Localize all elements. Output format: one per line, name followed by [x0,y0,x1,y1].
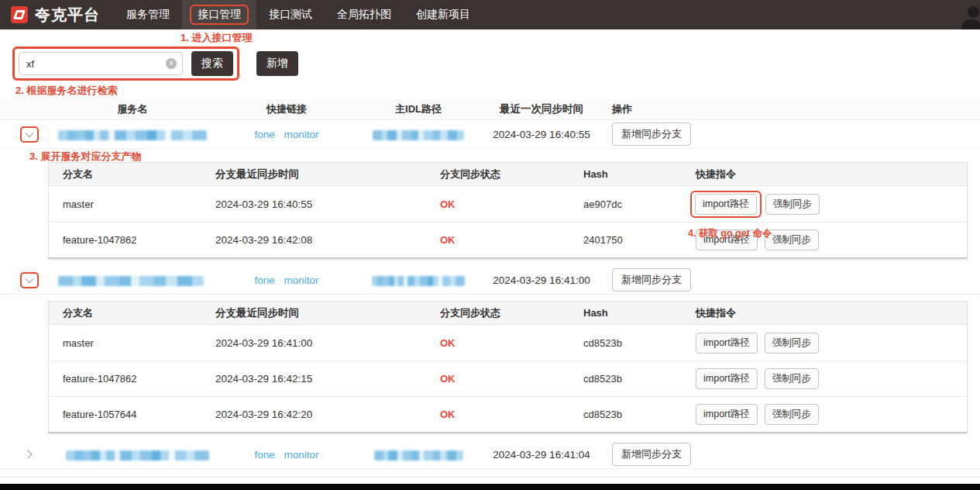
avatar-body [961,19,980,29]
header-branch-sync-time: 分支最近同步时间 [215,167,440,181]
force-sync-button[interactable]: 强制同步 [765,194,820,215]
branch-row: master 2024-03-29 16:41:00 OK cd8523b im… [49,325,967,361]
nav-item-interface-management[interactable]: 接口管理 [182,0,256,29]
annotation-step3: 3. 展开服务对应分支产物 [29,150,980,162]
status-badge: OK [440,198,456,210]
branch-row: master 2024-03-29 16:40:55 OK ae907dc im… [49,186,967,222]
header-hash: Hash [583,168,696,180]
service-table: 服务名 快捷链接 主IDL路径 最近一次同步时间 操作 fone monitor… [0,99,980,469]
branch-hash: cd8523b [583,373,696,385]
annotation-rect-import-path: import路径 [690,191,762,218]
fone-link[interactable]: fone [255,274,275,286]
branch-hash: ae907dc [583,198,696,210]
nav-item-create-project[interactable]: 创建新项目 [404,0,483,29]
chevron-down-icon[interactable] [25,129,33,137]
search-button[interactable]: 搜索 [191,51,233,76]
sync-time: 2024-03-29 16:41:04 [480,449,603,461]
chevron-right-icon[interactable] [23,450,32,458]
header-branch-sync-status: 分支同步状态 [440,167,583,181]
branch-table-1: 分支名 分支最近同步时间 分支同步状态 Hash 快捷指令 master 202… [48,162,968,259]
branch-sync-time: 2024-03-29 16:42:20 [215,409,440,420]
header-sync-time: 最近一次同步时间 [480,102,603,116]
header-branch-name: 分支名 [49,167,215,181]
force-sync-button[interactable]: 强制同步 [765,333,819,354]
header-quick-commands: 快捷指令 [696,306,967,320]
add-sync-branch-button[interactable]: 新增同步分支 [612,268,691,292]
branch-row: feature-1047862 2024-03-29 16:42:08 OK 2… [49,222,967,257]
redacted-service-name [58,130,207,140]
branch-row: feature-1047862 2024-03-29 16:42:15 OK c… [49,361,967,396]
sync-time: 2024-03-29 16:40:55 [480,129,603,140]
import-path-button[interactable]: import路径 [695,194,757,215]
redacted-idl-path [374,450,463,461]
force-sync-button[interactable]: 强制同步 [765,368,819,389]
header-quick-links: 快捷链接 [217,102,356,116]
service-row-3: fone monitor 2024-03-29 16:41:04 新增同步分支 [0,440,980,469]
avatar-head [968,6,979,18]
annotation-rect-expand-1 [20,126,39,143]
status-badge: OK [440,409,456,420]
annotation-step1: 1. 进入接口管理 [181,32,980,43]
branch-table-header: 分支名 分支最近同步时间 分支同步状态 Hash 快捷指令 [49,163,967,186]
monitor-link[interactable]: monitor [284,129,318,140]
header-operations: 操作 [603,102,980,116]
import-path-button[interactable]: import路径 [696,333,758,354]
branch-sync-time: 2024-03-29 16:40:55 [215,198,440,210]
bottom-bar [0,484,980,490]
nav-item-global-topology[interactable]: 全局拓扑图 [325,0,404,29]
redacted-idl-path [372,276,465,286]
force-sync-button[interactable]: 强制同步 [765,229,819,250]
header-branch-sync-time: 分支最近同步时间 [215,306,440,320]
search-input-wrap: × [19,52,183,75]
annotation-rect-expand-2 [20,272,39,288]
annotation-step2: 2. 根据服务名进行检索 [15,85,980,96]
fone-link[interactable]: fone [255,449,275,461]
redacted-idl-path [373,130,464,140]
branch-sync-time: 2024-03-29 16:41:00 [215,337,440,349]
branch-hash: cd8523b [583,409,696,420]
header-hash: Hash [583,307,696,319]
quark-logo-icon [11,6,28,23]
header-service-name: 服务名 [48,102,217,116]
logo-shape [13,10,26,19]
monitor-link[interactable]: monitor [284,449,318,461]
branch-hash: 2401750 [583,234,696,246]
sync-time: 2024-03-29 16:41:00 [480,274,603,286]
add-button[interactable]: 新增 [256,51,298,76]
redacted-service-name [66,450,209,461]
nav-items: 服务管理 接口管理 接口测试 全局拓扑图 创建新项目 [114,0,483,29]
nav-item-interface-test[interactable]: 接口测试 [256,0,325,29]
top-navbar: 夸克平台 服务管理 接口管理 接口测试 全局拓扑图 创建新项目 [0,0,980,29]
annotation-rect-search: × 搜索 [12,47,239,81]
add-sync-branch-button[interactable]: 新增同步分支 [612,122,691,146]
import-path-button[interactable]: import路径 [696,404,758,425]
service-row-2: fone monitor 2024-03-29 16:41:00 新增同步分支 [0,266,980,295]
branch-table-header: 分支名 分支最近同步时间 分支同步状态 Hash 快捷指令 [49,302,967,325]
branch-sync-time: 2024-03-29 16:42:15 [215,373,440,385]
header-branch-sync-status: 分支同步状态 [440,306,583,320]
branch-name: feature-1047862 [49,234,215,246]
branch-name: feature-1047862 [49,373,215,385]
status-badge: OK [440,234,456,246]
chevron-down-icon[interactable] [25,274,33,283]
nav-item-label: 接口管理 [198,8,241,20]
brand-title: 夸克平台 [35,5,100,26]
monitor-link[interactable]: monitor [284,274,318,286]
branch-sync-time: 2024-03-29 16:42:08 [215,234,440,246]
branch-table-2: 分支名 分支最近同步时间 分支同步状态 Hash 快捷指令 master 202… [48,301,968,433]
add-sync-branch-button[interactable]: 新增同步分支 [612,443,691,466]
branch-row: feature-1057644 2024-03-29 16:42:20 OK c… [49,396,967,432]
status-badge: OK [440,373,456,385]
service-table-header: 服务名 快捷链接 主IDL路径 最近一次同步时间 操作 [0,99,980,120]
force-sync-button[interactable]: 强制同步 [765,404,819,425]
annotation-rect-active-tab: 接口管理 [190,5,249,25]
user-avatar-icon[interactable] [961,6,980,29]
redacted-service-name [58,276,204,286]
header-idl-path: 主IDL路径 [356,102,480,116]
search-input[interactable] [19,52,183,75]
service-row-1: fone monitor 2024-03-29 16:40:55 新增同步分支 [0,120,980,149]
import-path-button[interactable]: import路径 [696,368,758,389]
nav-item-service-management[interactable]: 服务管理 [114,0,182,29]
fone-link[interactable]: fone [255,129,275,140]
clear-input-icon[interactable]: × [166,58,177,69]
